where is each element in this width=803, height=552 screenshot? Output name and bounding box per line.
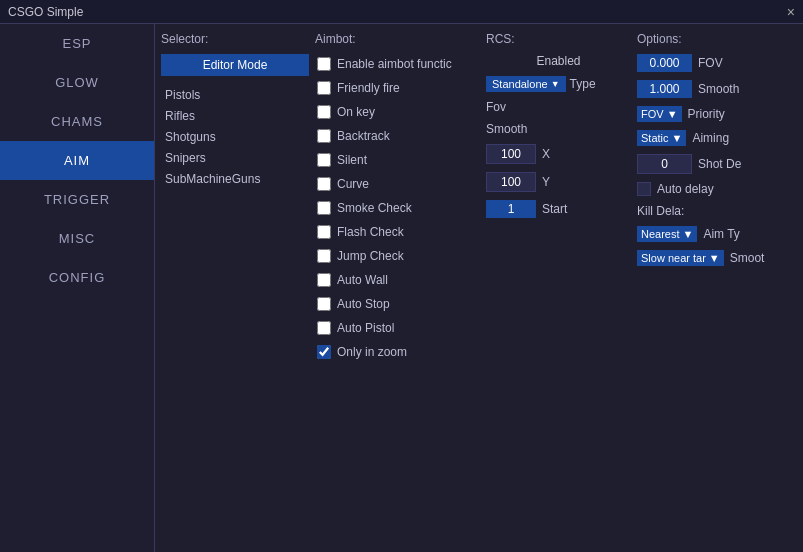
app-body: ESP GLOW CHAMS AIM TRIGGER MISC CONFIG S… (0, 24, 803, 552)
aimbot-autostop-row: Auto Stop (315, 294, 480, 314)
rcs-x-row: X (486, 144, 631, 164)
rcs-standalone-label: Standalone (492, 78, 548, 90)
option-killdelay-label: Kill Dela: (637, 204, 684, 218)
aimbot-enable-row: Enable aimbot functic (315, 54, 480, 74)
rcs-smooth-label: Smooth (486, 122, 527, 136)
aimbot-onkey-row: On key (315, 102, 480, 122)
option-priority-value: FOV (641, 108, 664, 120)
option-aimtype-label: Aim Ty (703, 227, 739, 241)
option-fov-row: FOV (637, 54, 797, 72)
option-autodelay-checkbox[interactable] (637, 182, 651, 196)
aimbot-smokecheck-checkbox[interactable] (317, 201, 331, 215)
aimbot-autopistol-checkbox[interactable] (317, 321, 331, 335)
sidebar-item-misc[interactable]: MISC (0, 219, 154, 258)
sidebar-item-config[interactable]: CONFIG (0, 258, 154, 297)
rcs-standalone-dropdown[interactable]: Standalone ▼ (486, 76, 566, 92)
option-priority-label: Priority (688, 107, 725, 121)
app-title: CSGO Simple (8, 5, 83, 19)
aimbot-smokecheck-row: Smoke Check (315, 198, 480, 218)
aimbot-enable-checkbox[interactable] (317, 57, 331, 71)
sidebar-item-glow[interactable]: GLOW (0, 63, 154, 102)
selector-title: Selector: (161, 32, 309, 46)
aimbot-jumpcheck-label: Jump Check (337, 249, 404, 263)
selector-item-submachineguns[interactable]: SubMachineGuns (161, 170, 309, 188)
smoothtarget-arrow-icon: ▼ (709, 252, 720, 264)
option-aiming-row: Static ▼ Aiming (637, 130, 797, 146)
title-bar: CSGO Simple × (0, 0, 803, 24)
aimbot-autowall-checkbox[interactable] (317, 273, 331, 287)
sidebar: ESP GLOW CHAMS AIM TRIGGER MISC CONFIG (0, 24, 155, 552)
option-autodelay-row: Auto delay (637, 182, 797, 196)
aimbot-flashcheck-checkbox[interactable] (317, 225, 331, 239)
aimbot-backtrack-label: Backtrack (337, 129, 390, 143)
aimbot-jumpcheck-checkbox[interactable] (317, 249, 331, 263)
rcs-title: RCS: (486, 32, 631, 46)
aimbot-flashcheck-label: Flash Check (337, 225, 404, 239)
aimbot-friendly-label: Friendly fire (337, 81, 400, 95)
sidebar-item-esp[interactable]: ESP (0, 24, 154, 63)
option-smoothtarget-dropdown[interactable]: Slow near tar ▼ (637, 250, 724, 266)
aimbot-onkey-checkbox[interactable] (317, 105, 331, 119)
rcs-standalone-row: Standalone ▼ Type (486, 76, 631, 92)
main-content: Selector: Editor Mode Pistols Rifles Sho… (155, 24, 803, 552)
aimbot-enable-label: Enable aimbot functic (337, 57, 452, 71)
options-panel: Options: FOV Smooth FOV ▼ Priority (637, 32, 797, 544)
option-aiming-label: Aiming (692, 131, 729, 145)
selector-item-pistols[interactable]: Pistols (161, 86, 309, 104)
aimbot-autopistol-label: Auto Pistol (337, 321, 394, 335)
option-priority-dropdown[interactable]: FOV ▼ (637, 106, 682, 122)
aimbot-autowall-row: Auto Wall (315, 270, 480, 290)
option-shotdelay-row: Shot De (637, 154, 797, 174)
rcs-x-input[interactable] (486, 144, 536, 164)
option-aimtype-row: Nearest ▼ Aim Ty (637, 226, 797, 242)
rcs-start-row: Start (486, 200, 631, 218)
option-smooth-row: Smooth (637, 80, 797, 98)
aimbot-flashcheck-row: Flash Check (315, 222, 480, 242)
rcs-y-input[interactable] (486, 172, 536, 192)
aimbot-silent-checkbox[interactable] (317, 153, 331, 167)
rcs-y-label: Y (542, 175, 550, 189)
aimbot-curve-row: Curve (315, 174, 480, 194)
close-button[interactable]: × (787, 4, 795, 20)
selector-panel: Selector: Editor Mode Pistols Rifles Sho… (161, 32, 309, 544)
priority-arrow-icon: ▼ (667, 108, 678, 120)
selector-item-shotguns[interactable]: Shotguns (161, 128, 309, 146)
rcs-start-input[interactable] (486, 200, 536, 218)
aimbot-smokecheck-label: Smoke Check (337, 201, 412, 215)
option-fov-input[interactable] (637, 54, 692, 72)
aimbot-friendly-checkbox[interactable] (317, 81, 331, 95)
aimbot-onlyinzoom-checkbox[interactable] (317, 345, 331, 359)
rcs-fov-label: Fov (486, 100, 506, 114)
aimbot-autostop-checkbox[interactable] (317, 297, 331, 311)
option-smoothtarget-value: Slow near tar (641, 252, 706, 264)
option-smoothtarget-row: Slow near tar ▼ Smoot (637, 250, 797, 266)
aimbot-title: Aimbot: (315, 32, 480, 46)
option-aiming-dropdown[interactable]: Static ▼ (637, 130, 686, 146)
aimbot-curve-label: Curve (337, 177, 369, 191)
option-autodelay-label: Auto delay (657, 182, 714, 196)
selector-item-snipers[interactable]: Snipers (161, 149, 309, 167)
sidebar-item-chams[interactable]: CHAMS (0, 102, 154, 141)
option-aimtype-dropdown[interactable]: Nearest ▼ (637, 226, 697, 242)
aimbot-silent-label: Silent (337, 153, 367, 167)
option-killdelay-row: Kill Dela: (637, 204, 797, 218)
rcs-x-label: X (542, 147, 550, 161)
option-smoothtarget-label: Smoot (730, 251, 765, 265)
sidebar-item-aim[interactable]: AIM (0, 141, 154, 180)
rcs-fov-row: Fov (486, 100, 631, 114)
rcs-smooth-row: Smooth (486, 122, 631, 136)
aimbot-backtrack-checkbox[interactable] (317, 129, 331, 143)
aimbot-autostop-label: Auto Stop (337, 297, 390, 311)
rcs-standalone-arrow: ▼ (551, 79, 560, 89)
sidebar-item-trigger[interactable]: TRIGGER (0, 180, 154, 219)
selector-item-rifles[interactable]: Rifles (161, 107, 309, 125)
option-smooth-input[interactable] (637, 80, 692, 98)
options-title: Options: (637, 32, 797, 46)
aimbot-silent-row: Silent (315, 150, 480, 170)
aimbot-curve-checkbox[interactable] (317, 177, 331, 191)
aimbot-onlyinzoom-label: Only in zoom (337, 345, 407, 359)
rcs-enabled-row: Enabled (486, 54, 631, 68)
editor-mode-button[interactable]: Editor Mode (161, 54, 309, 76)
option-shotdelay-input[interactable] (637, 154, 692, 174)
option-fov-label: FOV (698, 56, 723, 70)
